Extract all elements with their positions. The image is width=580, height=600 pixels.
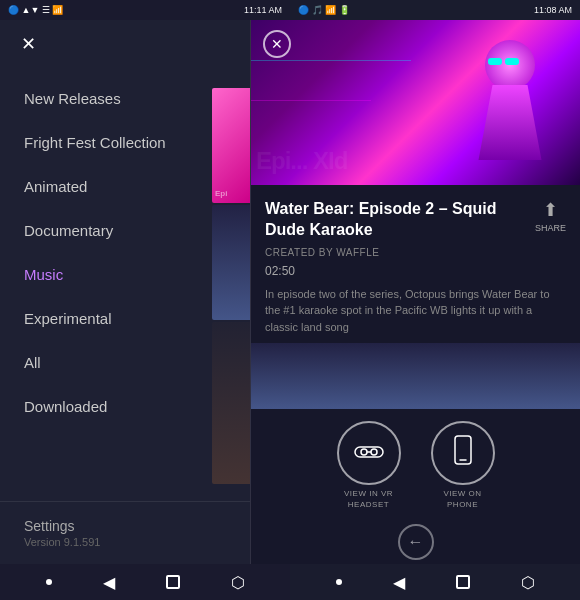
back-button[interactable]: ← [398, 524, 434, 560]
action-buttons: VIEW IN VR HEADSET VIEW ON P [251, 409, 580, 518]
hero-bg-text: Epi... XId [256, 147, 347, 175]
thumbnail-2 [251, 343, 580, 409]
duration: 02:50 [265, 264, 566, 278]
recent-apps-button[interactable] [166, 575, 180, 589]
sidebar-thumbnails: Epi [212, 88, 250, 484]
vr-headset-label: VIEW IN VR HEADSET [344, 489, 393, 510]
main-container: ✕ New Releases Fright Fest Collection An… [0, 20, 580, 564]
sidebar-header: ✕ [0, 20, 250, 68]
video-title: Water Bear: Episode 2 – Squid Dude Karao… [265, 199, 525, 241]
version-label: Version 9.1.591 [24, 536, 226, 548]
back-nav-button-right[interactable]: ◀ [393, 573, 405, 592]
recent-nav-button[interactable]: ⬡ [231, 573, 245, 592]
share-label: SHARE [535, 223, 566, 233]
hero-image: ✕ Epi... XId [251, 20, 580, 185]
sidebar-footer: Settings Version 9.1.591 [0, 501, 250, 564]
phone-circle [431, 421, 495, 485]
status-bar-right: 🔵 🎵 📶 🔋 11:08 AM [290, 0, 580, 20]
close-button[interactable]: ✕ [16, 32, 40, 56]
video-info: Water Bear: Episode 2 – Squid Dude Karao… [251, 185, 580, 343]
recent-nav-button-right[interactable]: ⬡ [521, 573, 535, 592]
vr-headset-circle [337, 421, 401, 485]
status-left-time: 11:11 AM [244, 5, 282, 15]
phone-button[interactable]: VIEW ON PHONE [431, 421, 495, 510]
settings-label[interactable]: Settings [24, 518, 226, 534]
bottom-nav-left: ◀ ⬡ [0, 564, 290, 600]
status-left-icons: 🔵 ▲▼ ☰ 📶 [8, 5, 63, 15]
svg-point-1 [361, 449, 367, 455]
status-bar-left: 🔵 ▲▼ ☰ 📶 11:11 AM [0, 0, 290, 20]
created-by: CREATED BY WAFFLE [265, 247, 566, 258]
home-indicator-right [336, 579, 342, 585]
right-close-button[interactable]: ✕ [263, 30, 291, 58]
neon-line-2 [251, 100, 371, 101]
back-button-container: ← [251, 518, 580, 564]
content-list: SMILE MORE [251, 343, 580, 409]
vr-headset-button[interactable]: VIEW IN VR HEADSET [337, 421, 401, 510]
svg-point-2 [371, 449, 377, 455]
title-row: Water Bear: Episode 2 – Squid Dude Karao… [265, 199, 566, 241]
share-icon: ⬆ [543, 199, 558, 221]
description: In episode two of the series, Octopus br… [265, 286, 566, 336]
recent-apps-button-right[interactable] [456, 575, 470, 589]
right-panel: ✕ Epi... XId Water Bear: Episode 2 – Squ… [251, 20, 580, 564]
share-button[interactable]: ⬆ SHARE [535, 199, 566, 233]
bottom-nav-right: ◀ ⬡ [290, 564, 580, 600]
back-nav-button[interactable]: ◀ [103, 573, 115, 592]
home-indicator [46, 579, 52, 585]
list-item[interactable] [251, 343, 580, 409]
status-right-time: 11:08 AM [534, 5, 572, 15]
vr-headset-icon [354, 439, 384, 467]
right-panel-header: ✕ [251, 20, 580, 68]
status-bars: 🔵 ▲▼ ☰ 📶 11:11 AM 🔵 🎵 📶 🔋 11:08 AM [0, 0, 580, 20]
status-right-icons: 🔵 🎵 📶 🔋 [298, 5, 350, 15]
sidebar: ✕ New Releases Fright Fest Collection An… [0, 20, 250, 564]
phone-label: VIEW ON PHONE [443, 489, 481, 510]
phone-icon [453, 435, 473, 471]
bottom-nav: ◀ ⬡ ◀ ⬡ [0, 564, 580, 600]
